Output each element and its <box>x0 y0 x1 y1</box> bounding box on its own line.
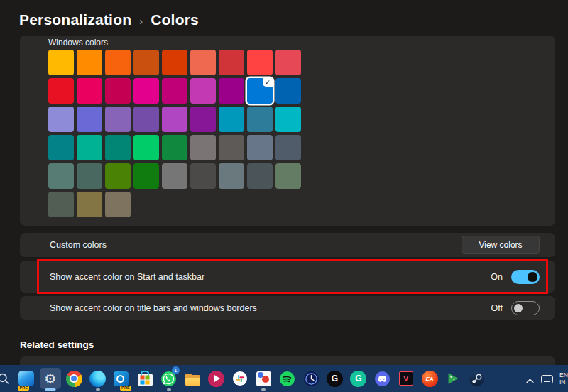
color-swatch[interactable] <box>133 135 159 160</box>
logitech-g-button[interactable]: G <box>326 365 343 392</box>
red-arrow-app-icon <box>208 371 224 387</box>
color-swatch[interactable] <box>190 163 216 189</box>
color-swatch[interactable] <box>190 50 216 75</box>
running-app-indicator <box>261 388 266 391</box>
paint-button[interactable] <box>255 365 272 392</box>
file-explorer-button[interactable] <box>184 365 201 392</box>
related-settings-card-partial <box>20 356 555 365</box>
color-swatch[interactable] <box>105 135 131 160</box>
spotify-button[interactable] <box>279 365 296 392</box>
paint-icon <box>256 371 271 386</box>
color-swatch[interactable] <box>77 135 102 160</box>
related-settings-heading: Related settings <box>20 339 94 350</box>
pre-badge: PRE <box>18 386 29 391</box>
color-swatch[interactable] <box>105 50 131 75</box>
running-app-indicator <box>167 388 171 391</box>
color-swatch[interactable] <box>190 78 216 104</box>
accent-titlebars-label: Show accent color on title bars and wind… <box>50 303 257 313</box>
color-swatch[interactable] <box>48 107 74 132</box>
color-swatch[interactable] <box>247 135 273 160</box>
color-swatch[interactable] <box>77 78 102 104</box>
clock-app-button[interactable] <box>302 365 320 392</box>
color-swatch[interactable] <box>219 78 244 104</box>
search-button[interactable] <box>0 365 11 392</box>
preview-app-button[interactable]: PRE <box>18 365 35 392</box>
color-swatch[interactable] <box>247 107 273 132</box>
color-swatch[interactable] <box>48 78 74 104</box>
color-swatch[interactable] <box>105 107 131 132</box>
active-app-highlight <box>40 368 61 389</box>
touch-keyboard-icon[interactable] <box>541 375 553 383</box>
color-swatch[interactable] <box>162 135 187 160</box>
active-app-indicator <box>45 388 55 391</box>
breadcrumb-personalization[interactable]: Personalization <box>19 11 131 28</box>
clock-icon <box>303 371 320 387</box>
color-swatch[interactable] <box>275 78 301 104</box>
color-swatch[interactable] <box>77 50 102 75</box>
color-swatch[interactable] <box>105 163 131 189</box>
color-swatch[interactable] <box>48 192 74 217</box>
color-swatch[interactable] <box>219 135 244 160</box>
color-swatch[interactable] <box>133 78 159 104</box>
color-swatch[interactable] <box>48 50 74 75</box>
steam-button[interactable] <box>469 365 486 392</box>
color-swatch[interactable] <box>247 50 273 75</box>
color-swatch[interactable] <box>105 78 131 104</box>
color-swatch[interactable] <box>48 163 74 189</box>
outlook-icon <box>114 371 129 386</box>
color-swatch[interactable] <box>77 163 102 189</box>
color-swatch[interactable] <box>105 192 131 217</box>
chrome-button[interactable] <box>65 365 82 392</box>
color-swatch[interactable] <box>133 50 159 75</box>
color-swatch[interactable] <box>190 107 216 132</box>
color-swatch[interactable] <box>162 163 187 189</box>
color-swatch[interactable] <box>275 163 301 189</box>
steam-icon <box>469 371 485 387</box>
slack-icon <box>232 371 248 386</box>
color-swatch[interactable] <box>162 50 187 75</box>
ms-logo <box>141 376 150 385</box>
toggle-knob <box>528 272 537 282</box>
color-swatch[interactable] <box>190 135 216 160</box>
discord-button[interactable] <box>373 365 390 392</box>
accent-start-taskbar-card: Show accent color on Start and taskbar O… <box>20 261 555 293</box>
color-swatch[interactable] <box>275 135 301 160</box>
color-swatch[interactable] <box>77 192 102 217</box>
outlook-button[interactable]: PRE <box>113 365 130 392</box>
accent-start-taskbar-toggle[interactable] <box>511 270 540 284</box>
color-swatch[interactable] <box>77 107 102 132</box>
color-swatch[interactable] <box>247 163 273 189</box>
slack-button[interactable] <box>231 365 248 392</box>
valorant-icon: V <box>399 371 413 386</box>
color-swatch[interactable] <box>219 107 244 132</box>
red-circle-app-button[interactable] <box>208 365 225 392</box>
edge-button[interactable] <box>89 365 106 392</box>
play-games-button[interactable] <box>444 365 462 392</box>
color-swatch[interactable] <box>133 107 159 132</box>
spotify-icon <box>279 371 295 387</box>
color-swatch[interactable] <box>219 163 244 189</box>
color-swatch[interactable] <box>133 163 159 189</box>
color-swatch[interactable] <box>162 107 187 132</box>
edge-icon <box>89 371 106 387</box>
color-swatch[interactable] <box>219 50 244 75</box>
settings-app-button[interactable]: ⚙ <box>42 365 59 392</box>
color-swatch-selected[interactable]: ✓ <box>247 78 273 104</box>
microsoft-store-button[interactable] <box>136 365 153 392</box>
color-swatch[interactable] <box>275 107 301 132</box>
chrome-icon <box>66 371 82 387</box>
taskbar-icons: PRE ⚙ PRE <box>0 365 486 392</box>
grammarly-button[interactable]: G <box>350 365 367 392</box>
accent-titlebars-toggle[interactable] <box>511 301 540 315</box>
preview-app-icon <box>18 371 34 386</box>
ea-button[interactable]: EA <box>421 365 438 392</box>
color-swatch[interactable] <box>275 50 301 75</box>
tray-show-hidden-icons-button[interactable] <box>525 374 535 387</box>
whatsapp-button[interactable]: 1 <box>160 365 178 392</box>
color-swatch[interactable] <box>48 135 74 160</box>
accent-start-taskbar-toggle-group: On <box>491 270 540 284</box>
color-swatch[interactable] <box>162 78 187 104</box>
view-colors-button[interactable]: View colors <box>462 236 540 254</box>
language-indicator[interactable]: ENG IN <box>559 371 568 386</box>
valorant-button[interactable]: V <box>398 365 415 392</box>
